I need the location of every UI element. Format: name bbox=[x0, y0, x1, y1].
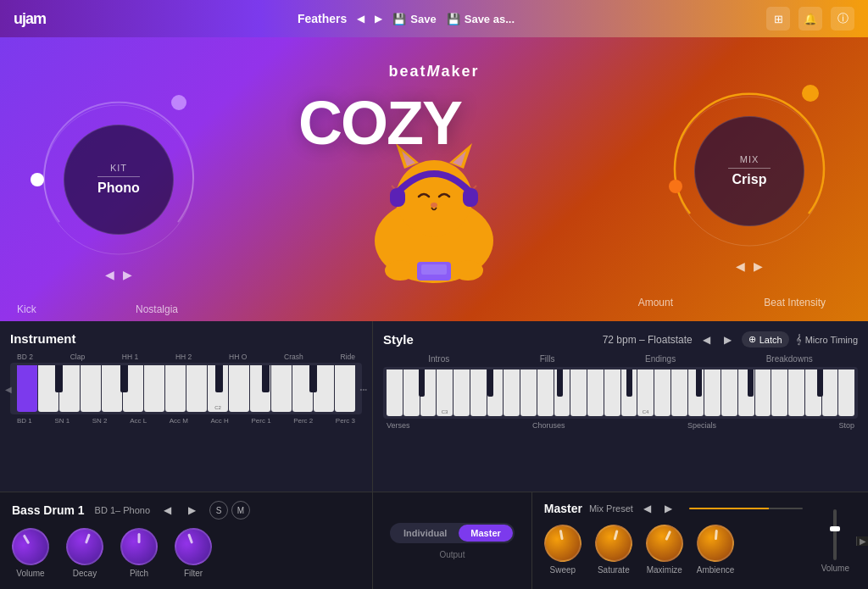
bottom-label-accm: Acc M bbox=[170, 417, 188, 425]
micro-timing-button[interactable]: 𝄞 Micro Timing bbox=[796, 334, 858, 345]
svg-rect-13 bbox=[463, 188, 478, 207]
sweep-knob[interactable] bbox=[541, 522, 584, 565]
decay-knob-label: Decay bbox=[73, 569, 97, 578]
latch-button[interactable]: ⊕ Latch bbox=[742, 331, 789, 347]
key-accm[interactable] bbox=[102, 365, 122, 412]
pitch-knob[interactable] bbox=[120, 528, 158, 565]
style-key-2[interactable] bbox=[403, 370, 420, 416]
piano-keys: C2 bbox=[17, 365, 355, 412]
style-key-6[interactable] bbox=[470, 370, 487, 416]
bass-drum-prev-button[interactable]: ◀ bbox=[160, 503, 175, 518]
bass-drum-header: Bass Drum 1 BD 1– Phono ◀ ▶ S M bbox=[12, 501, 360, 520]
mix-next-button[interactable]: ▶ bbox=[754, 259, 763, 273]
key-acch[interactable] bbox=[123, 365, 143, 412]
decay-knob[interactable] bbox=[61, 523, 108, 570]
mute-button[interactable]: M bbox=[231, 501, 250, 520]
key-b2[interactable] bbox=[335, 365, 355, 412]
style-key-20[interactable] bbox=[704, 370, 721, 416]
style-key-13[interactable] bbox=[587, 370, 604, 416]
mix-prev-button[interactable]: ◀ bbox=[736, 259, 745, 273]
key-d2[interactable] bbox=[229, 365, 249, 412]
style-key-7[interactable] bbox=[487, 370, 504, 416]
style-key-c3[interactable]: C3 bbox=[437, 370, 453, 416]
key-sn2[interactable] bbox=[59, 365, 80, 412]
style-key-18[interactable] bbox=[671, 370, 687, 416]
solo-button[interactable]: S bbox=[209, 501, 228, 520]
style-key-3[interactable] bbox=[420, 370, 437, 416]
style-key-25[interactable] bbox=[788, 370, 804, 416]
right-panel-handle[interactable]: ▶ bbox=[856, 536, 868, 546]
save-button[interactable]: 💾 Save bbox=[392, 13, 436, 25]
top-bar-center: Feathers ◀ ▶ 💾 Save 💾 Save as... bbox=[63, 12, 749, 25]
bottom-label-acch: Acc H bbox=[211, 417, 229, 425]
style-key-19[interactable] bbox=[688, 370, 704, 416]
key-g2[interactable] bbox=[292, 365, 313, 412]
volume-knob[interactable] bbox=[5, 521, 56, 572]
bell-icon-button[interactable]: 🔔 bbox=[798, 7, 822, 31]
maximize-knob[interactable] bbox=[640, 519, 689, 568]
style-key-21[interactable] bbox=[721, 370, 737, 416]
ambience-knob[interactable] bbox=[695, 523, 736, 564]
bass-drum-knobs: Volume Decay Pitch Filter bbox=[12, 528, 360, 578]
style-label-endings: Endings bbox=[645, 354, 676, 364]
style-key-23[interactable] bbox=[755, 370, 771, 416]
kit-section: Snare Kit Phono ◀ ▶ Kick Nostalgia bbox=[34, 95, 203, 281]
keyboard-left-scroll[interactable]: ◀ bbox=[5, 384, 12, 393]
key-e2[interactable] bbox=[250, 365, 270, 412]
style-key-8[interactable] bbox=[504, 370, 520, 416]
style-key-12[interactable] bbox=[570, 370, 587, 416]
style-key-15[interactable] bbox=[621, 370, 637, 416]
master-next-button[interactable]: ▶ bbox=[661, 501, 676, 516]
key-a2[interactable] bbox=[314, 365, 334, 412]
key-c2[interactable]: C2 bbox=[208, 365, 228, 412]
style-key-10[interactable] bbox=[537, 370, 554, 416]
style-key-26[interactable] bbox=[805, 370, 821, 416]
key-perc1[interactable] bbox=[144, 365, 164, 412]
keyboard-container: C2 bbox=[10, 363, 362, 414]
nostalgia-label: Nostalgia bbox=[136, 303, 178, 315]
key-accl[interactable] bbox=[81, 365, 101, 412]
master-prev-button[interactable]: ◀ bbox=[640, 501, 654, 516]
logo: ujam bbox=[14, 10, 46, 28]
style-bottom-specials: Specials bbox=[687, 421, 716, 430]
volume-slider-thumb bbox=[830, 526, 840, 531]
key-sn1[interactable] bbox=[38, 365, 58, 412]
style-next-button[interactable]: ▶ bbox=[721, 332, 735, 347]
key-f2[interactable] bbox=[271, 365, 292, 412]
kit-prev-button[interactable]: ◀ bbox=[105, 268, 114, 281]
output-toggle-group: Individual Master bbox=[390, 523, 515, 543]
style-key-22[interactable] bbox=[738, 370, 754, 416]
bottom-label-perc3: Perc 3 bbox=[336, 417, 355, 425]
style-key-1[interactable] bbox=[387, 370, 403, 416]
style-key-14[interactable] bbox=[604, 370, 620, 416]
style-key-c4[interactable]: C4 bbox=[637, 370, 654, 416]
filter-knob[interactable] bbox=[170, 523, 217, 570]
bottom-label-perc2: Perc 2 bbox=[293, 417, 313, 425]
bass-drum-next-button[interactable]: ▶ bbox=[185, 503, 199, 518]
key-perc2[interactable] bbox=[165, 365, 186, 412]
master-volume-slider[interactable] bbox=[833, 509, 837, 560]
style-key-5[interactable] bbox=[453, 370, 470, 416]
style-key-11[interactable] bbox=[554, 370, 570, 416]
master-slider[interactable] bbox=[689, 508, 803, 509]
bottom-label-sn1: SN 1 bbox=[54, 417, 70, 425]
key-perc3[interactable] bbox=[186, 365, 207, 412]
save-as-button[interactable]: 💾 Save as... bbox=[447, 13, 515, 25]
style-key-24[interactable] bbox=[771, 370, 787, 416]
key-bd1[interactable] bbox=[17, 365, 37, 412]
kit-next-button[interactable]: ▶ bbox=[123, 268, 132, 281]
right-controls: Volume ▶ bbox=[815, 492, 868, 589]
output-label: Output bbox=[439, 550, 465, 559]
info-icon-button[interactable]: ⓘ bbox=[831, 7, 854, 31]
next-preset-button[interactable]: ▶ bbox=[375, 13, 382, 25]
prev-preset-button[interactable]: ◀ bbox=[357, 13, 364, 25]
grid-icon-button[interactable]: ⊞ bbox=[766, 7, 790, 31]
saturate-knob[interactable] bbox=[591, 520, 637, 566]
style-key-27[interactable] bbox=[822, 370, 838, 416]
individual-button[interactable]: Individual bbox=[392, 525, 459, 542]
style-key-9[interactable] bbox=[520, 370, 537, 416]
style-key-17[interactable] bbox=[654, 370, 670, 416]
style-key-28[interactable] bbox=[838, 370, 854, 416]
master-toggle-button[interactable]: Master bbox=[459, 525, 512, 542]
style-prev-button[interactable]: ◀ bbox=[699, 332, 714, 347]
